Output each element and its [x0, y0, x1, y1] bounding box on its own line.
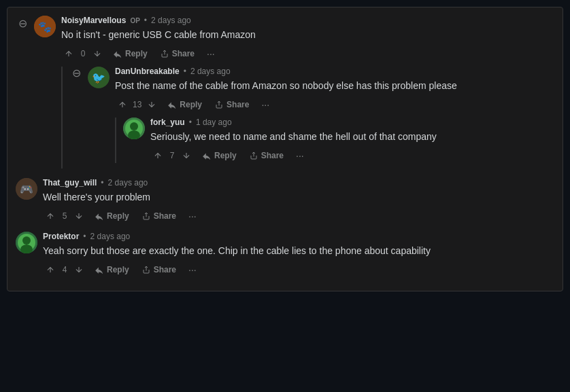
timestamp-will: 2 days ago — [108, 178, 148, 188]
timestamp-dan: 2 days ago — [190, 67, 231, 76]
share-button-prot[interactable]: Share — [137, 262, 180, 277]
vote-area-fork: 7 — [150, 149, 194, 162]
username-prot: Protektor — [43, 232, 79, 241]
share-button-fork[interactable]: Share — [245, 148, 288, 163]
reply-button-will[interactable]: Reply — [90, 209, 133, 224]
upvote-dan[interactable] — [115, 99, 130, 111]
avatar-dan: 🐦 — [88, 67, 110, 88]
timestamp-fork: 1 day ago — [196, 118, 232, 127]
reply-button-fork[interactable]: Reply — [198, 148, 241, 163]
vote-area-noisy: 0 — [61, 48, 105, 60]
vote-count-noisy: 0 — [79, 49, 87, 58]
vote-area-will: 5 — [43, 210, 86, 222]
more-button-noisy[interactable]: ··· — [203, 47, 219, 60]
reply-button-dan[interactable]: Reply — [163, 97, 206, 112]
comment-thread: ⊖ 🐾 NoisyMarvellous OP • 2 days ago — [7, 7, 563, 291]
comment-actions-will: 5 Reply Share ··· — [43, 209, 554, 224]
more-button-will[interactable]: ··· — [184, 209, 201, 223]
svg-text:🐾: 🐾 — [38, 20, 52, 33]
downvote-dan[interactable] — [144, 99, 159, 111]
vote-count-fork: 7 — [168, 151, 176, 160]
comment-dan: 🐦 DanUnbreakable • 2 days ago Post the n… — [88, 67, 554, 112]
comment-fork: fork_yuu • 1 day ago Seriously, we need … — [123, 118, 554, 163]
avatar-prot — [16, 232, 37, 253]
comment-body-will: That_guy_will • 2 days ago Well there's … — [43, 178, 554, 224]
username-noisy: NoisyMarvellous — [61, 16, 126, 25]
vote-count-will: 5 — [61, 211, 69, 221]
upvote-prot[interactable] — [43, 264, 58, 276]
upvote-will[interactable] — [43, 210, 58, 222]
comment-actions-dan: 13 Reply — [115, 97, 554, 112]
svg-point-12 — [22, 236, 31, 245]
nested-dan-container: ⊖ 🐦 DanUnbreakable — [61, 67, 554, 168]
comment-header-dan: DanUnbreakable • 2 days ago — [115, 67, 554, 76]
svg-text:🎮: 🎮 — [20, 183, 33, 196]
comment-header-prot: Protektor • 2 days ago — [43, 232, 554, 241]
comment-actions-fork: 7 Reply — [150, 148, 554, 163]
comment-text-dan: Post the name of the cable from Amazon s… — [115, 79, 554, 93]
comment-row-prot: Protektor • 2 days ago Yeah sorry but th… — [16, 232, 554, 277]
comment-text-will: Well there's your problem — [43, 190, 554, 204]
downvote-will[interactable] — [71, 210, 86, 222]
comment-text-fork: Seriously, we need to name and shame the… — [150, 130, 554, 144]
collapse-button-noisy[interactable]: ⊖ — [16, 17, 30, 30]
username-will: That_guy_will — [43, 178, 97, 188]
more-button-fork[interactable]: ··· — [292, 149, 308, 162]
avatar-noisy: 🐾 — [34, 16, 56, 37]
downvote-prot[interactable] — [71, 264, 86, 276]
comment-header-fork: fork_yuu • 1 day ago — [150, 118, 554, 127]
avatar-will: 🎮 — [16, 178, 37, 200]
comment-row-will: 🎮 That_guy_will • 2 days ago Well there'… — [16, 178, 554, 224]
comment-row-dan: ⊖ 🐦 DanUnbreakable — [69, 67, 554, 168]
username-fork: fork_yuu — [150, 118, 185, 127]
comment-actions-noisy: 0 Reply Share ··· — [61, 46, 554, 61]
op-badge-noisy: OP — [130, 17, 139, 24]
comment-text-noisy: No it isn't - generic USB C cable from A… — [61, 28, 554, 42]
comment-noisy: 🐾 NoisyMarvellous OP • 2 days ago No it … — [34, 16, 554, 61]
comment-prot: Protektor • 2 days ago Yeah sorry but th… — [16, 232, 554, 277]
nested-fork-container: fork_yuu • 1 day ago Seriously, we need … — [115, 118, 554, 163]
comment-text-prot: Yeah sorry but those are exactly the one… — [43, 244, 554, 258]
reply-button-noisy[interactable]: Reply — [109, 46, 152, 61]
svg-point-6 — [130, 122, 138, 130]
comment-actions-prot: 4 Reply Share ··· — [43, 262, 554, 277]
comment-will: 🎮 That_guy_will • 2 days ago Well there'… — [16, 178, 554, 224]
vote-area-dan: 13 — [115, 99, 159, 111]
timestamp-prot: 2 days ago — [90, 232, 131, 241]
share-button-will[interactable]: Share — [137, 209, 180, 224]
collapse-button-dan[interactable]: ⊖ — [69, 67, 84, 79]
comment-body-fork: fork_yuu • 1 day ago Seriously, we need … — [150, 118, 554, 163]
share-button-dan[interactable]: Share — [210, 97, 253, 112]
comment-row-noisy: ⊖ 🐾 NoisyMarvellous OP • 2 days ago — [16, 16, 554, 170]
comment-body-prot: Protektor • 2 days ago Yeah sorry but th… — [43, 232, 554, 277]
comment-body-noisy: NoisyMarvellous OP • 2 days ago No it is… — [61, 16, 554, 61]
downvote-noisy[interactable] — [90, 48, 105, 60]
upvote-noisy[interactable] — [61, 48, 76, 60]
more-button-dan[interactable]: ··· — [257, 98, 273, 111]
downvote-fork[interactable] — [179, 149, 194, 162]
vote-count-dan: 13 — [133, 100, 141, 109]
svg-text:🐦: 🐦 — [92, 71, 105, 84]
username-dan: DanUnbreakable — [115, 67, 180, 76]
comment-header-will: That_guy_will • 2 days ago — [43, 178, 554, 188]
share-button-noisy[interactable]: Share — [156, 46, 199, 61]
vote-area-prot: 4 — [43, 264, 86, 276]
comment-header-noisy: NoisyMarvellous OP • 2 days ago — [61, 16, 554, 25]
timestamp-noisy: 2 days ago — [151, 16, 191, 25]
avatar-fork — [123, 118, 145, 139]
upvote-fork[interactable] — [150, 149, 165, 162]
comment-body-dan: DanUnbreakable • 2 days ago Post the nam… — [115, 67, 554, 112]
more-button-prot[interactable]: ··· — [184, 263, 201, 277]
reply-button-prot[interactable]: Reply — [90, 262, 133, 277]
vote-count-prot: 4 — [61, 265, 69, 274]
